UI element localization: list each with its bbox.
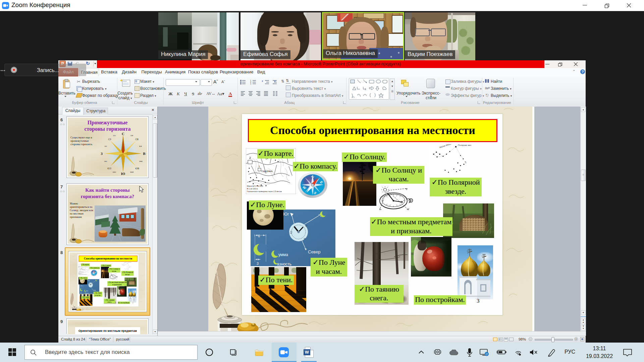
- svg-text:вюв: вюв: [139, 160, 142, 162]
- svg-text:ссз: ссз: [113, 134, 116, 136]
- svg-text:В 1 см 100 м: В 1 см 100 м: [247, 188, 258, 190]
- svg-text:Горизонтали проведены через 2,: Горизонтали проведены через 2,5 метра: [247, 190, 282, 192]
- svg-text:ююз: ююз: [113, 171, 116, 173]
- svg-text:ссв: ссв: [130, 134, 133, 136]
- svg-text:ююв: ююв: [130, 171, 134, 173]
- svg-text:З: З: [101, 152, 103, 156]
- svg-text:Север: Север: [93, 290, 96, 291]
- svg-text:СВ: СВ: [135, 138, 139, 140]
- svg-text:Юг: Юг: [283, 212, 289, 217]
- svg-text:зюз: зюз: [104, 160, 107, 162]
- svg-text:Сидоровка: Сидоровка: [261, 170, 272, 173]
- svg-text:1: 1: [259, 165, 260, 168]
- svg-text:С: С: [122, 132, 124, 136]
- svg-text:Полярная звезда: Полярная звезда: [458, 144, 471, 146]
- svg-text:ЮЗ: ЮЗ: [107, 167, 111, 170]
- svg-text:Масштаб 1: 10 000.: Масштаб 1: 10 000.: [247, 185, 264, 187]
- svg-text:Юг: Юг: [87, 280, 89, 281]
- svg-text:Сидоровка: Сидоровка: [82, 269, 85, 269]
- svg-text:В 1 см 100 м: В 1 см 100 м: [78, 274, 81, 274]
- svg-text:Полярная звезда: Полярная звезда: [128, 262, 131, 262]
- svg-text:2: 2: [249, 156, 251, 160]
- svg-text:1: 1: [81, 267, 82, 268]
- svg-text:ЮВ: ЮВ: [135, 167, 139, 170]
- svg-text:Ю: Ю: [121, 172, 125, 175]
- svg-text:СЗ: СЗ: [108, 138, 111, 140]
- svg-text:6: 6: [81, 285, 82, 287]
- svg-text:зсз: зсз: [104, 145, 107, 147]
- svg-text:6: 6: [258, 234, 260, 238]
- svg-text:3: 3: [250, 83, 251, 85]
- svg-text:Масштаб 1: 10 000.: Масштаб 1: 10 000.: [78, 273, 83, 273]
- svg-text:В: В: [143, 152, 146, 156]
- svg-text:всв: всв: [139, 145, 142, 147]
- svg-text:Север: Север: [308, 249, 321, 254]
